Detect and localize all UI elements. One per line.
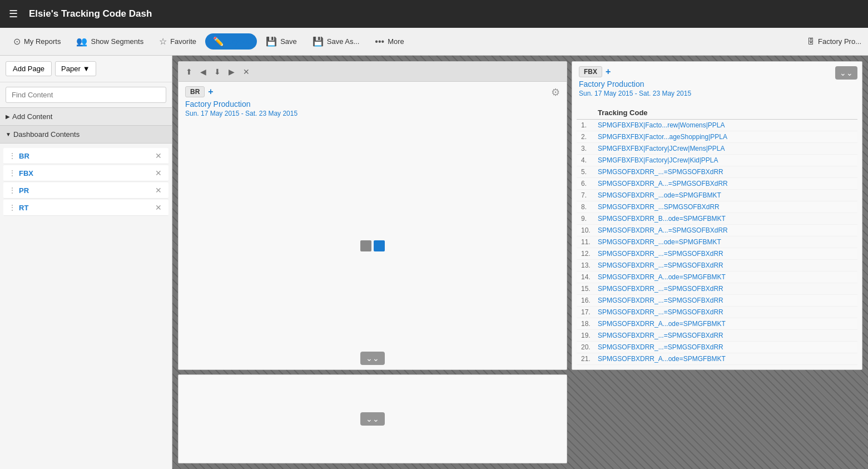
find-content-input[interactable] [6,87,166,103]
sidebar-item-close-icon[interactable]: ✕ [154,186,163,195]
table-row: 13. SPMGSOFBXDRR_...=SPMGSOFBXdRR [577,260,857,271]
tracking-code-link[interactable]: SPMGSOFBXDRR_...=SPMGSOFBXdRR [598,308,853,316]
tracking-code-link[interactable]: SPMGFBXFBX|Factor...ageShopping|PPLA [598,133,853,141]
table-header: Tracking Code [577,106,857,120]
tracking-code-link[interactable]: SPMGSOFBXDRR_...=SPMGSOFBXdRR [598,332,853,339]
tracking-code-link[interactable]: SPMGSOFBXDRR_...=SPMGSOFBXdRR [598,343,853,351]
table-row: 10. SPMGSOFBXDRR_A...=SPMGSOFBXdRR [577,225,857,236]
tracking-code-link[interactable]: SPMGFBXFBX|Factory|JCrew|Kid|PPLA [598,156,853,164]
drag-handle-icon: ⋮ [9,186,16,194]
table-row: 6. SPMGSOFBXDRR_A...=SPMGSOFBXdRR [577,178,857,190]
drag-handle-icon: ⋮ [9,152,16,160]
save-as-button[interactable]: 💾 Save As... [306,33,366,50]
paper-button[interactable]: Paper ▼ [55,61,96,76]
right-panel-collapse-button[interactable]: ⌄⌄ [835,66,857,80]
sidebar-item-label: RT [19,204,154,212]
dashboard-contents-section[interactable]: ▼ Dashboard Contents [0,126,172,144]
tracking-code-link[interactable]: SPMGFBXFBX|Factory|JCrew|Mens|PPLA [598,145,853,152]
tracking-code-link[interactable]: SPMGSOFBXDRR_...=SPMGSOFBXdRR [598,285,853,293]
tracking-code-link[interactable]: SPMGSOFBXDRR_A...ode=SPMGFBMKT [598,320,853,328]
row-number: 7. [581,191,598,199]
panel-left-settings-icon[interactable]: ⚙ [551,86,560,98]
row-number: 15. [581,285,598,293]
star-icon: ☆ [159,36,167,47]
sidebar-item-close-icon[interactable]: ✕ [154,151,163,160]
sidebar-item[interactable]: ⋮ PR ✕ [3,182,168,199]
panel-move-right-icon[interactable]: ▶ [226,66,237,78]
table-row: 16. SPMGSOFBXDRR_...=SPMGSOFBXdRR [577,295,857,307]
panel-right-date: Sun. 17 May 2015 - Sat. 23 May 2015 [579,90,855,97]
row-number: 12. [581,250,598,258]
tracking-code-link[interactable]: SPMGSOFBXDRR_...=SPMGSOFBXdRR [598,261,853,269]
row-number: 3. [581,145,598,152]
panel-left-tag: BR [185,86,205,97]
panel-left-collapse-button[interactable]: ⌄⌄ [360,352,385,365]
sidebar-item[interactable]: ⋮ BR ✕ [3,148,168,164]
tracking-code-link[interactable]: SPMGSOFBXDRR_A...=SPMGSOFBXdRR [598,180,853,187]
dashboard-contents-arrow-icon: ▼ [6,131,11,137]
panel-right-title: Factory Production [579,80,855,88]
row-number: 5. [581,168,598,176]
tracking-code-link[interactable]: SPMGSOFBXDRR_...=SPMGSOFBXdRR [598,250,853,258]
table-row: 8. SPMGSOFBXDRR_...SPMGSOFBXdRR [577,201,857,213]
panel-right-tag: FBX [579,66,602,77]
table-row: 19. SPMGSOFBXDRR_...=SPMGSOFBXdRR [577,330,857,342]
add-content-section[interactable]: ▶ Add Content [0,107,172,126]
row-number: 9. [581,215,598,223]
save-button[interactable]: 💾 Save [259,33,304,50]
sidebar-item[interactable]: ⋮ FBX ✕ [3,165,168,181]
table-row: 21. SPMGSOFBXDRR_A...ode=SPMGFBMKT [577,353,857,365]
table-row: 5. SPMGSOFBXDRR_...=SPMGSOFBXdRR [577,166,857,178]
add-page-button[interactable]: Add Page [6,61,52,76]
row-number: 19. [581,332,598,339]
panel-move-up-icon[interactable]: ⬆ [183,66,195,78]
panel-right-add-button[interactable]: + [606,67,611,77]
hamburger-icon[interactable]: ☰ [9,8,18,20]
toolbar: ⊙ My Reports 👥 Show Segments ☆ Favorite … [0,28,868,56]
panel-left-add-button[interactable]: + [208,87,213,97]
panel-move-left-icon[interactable]: ◀ [197,66,209,78]
tracking-code-link[interactable]: SPMGSOFBXDRR_A...ode=SPMGFBMKT [598,355,853,363]
row-number: 2. [581,133,598,141]
right-panel: ⌄⌄ FBX + Factory Production Sun. 17 May … [572,61,862,370]
tracking-code-link[interactable]: SPMGSOFBXDRR_A...ode=SPMGFBMKT [598,273,853,281]
page-title: Elsie's Tracking Code Dash [29,8,152,19]
panel-left-body: ⌄⌄ [178,122,567,369]
main-layout: Add Page Paper ▼ ▶ Add Content ▼ Dashboa… [0,56,868,469]
tracking-code-link[interactable]: SPMGSOFBXDRR_...ode=SPMGFBMKT [598,238,853,246]
panel-left-close-button[interactable]: ✕ [240,66,253,78]
database-icon: 🗄 [807,37,815,46]
content-area: ⬆ ◀ ⬇ ▶ ✕ BR + [172,56,868,469]
sidebar-item-close-icon[interactable]: ✕ [154,169,163,177]
tracking-code-link[interactable]: SPMGSOFBXDRR_...=SPMGSOFBXdRR [598,297,853,304]
panel-move-down-icon[interactable]: ⬇ [211,66,224,78]
favorite-button[interactable]: ☆ Favorite [152,33,203,50]
more-button[interactable]: ••• More [368,33,410,50]
more-icon: ••• [375,37,384,47]
loading-dot-blue [374,240,385,251]
row-number: 20. [581,343,598,351]
show-segments-button[interactable]: 👥 Show Segments [70,33,150,50]
row-number: 18. [581,320,598,328]
panel-right-header: FBX + Factory Production Sun. 17 May 201… [572,62,862,102]
table-row: 14. SPMGSOFBXDRR_A...ode=SPMGFBMKT [577,271,857,283]
layout-button[interactable]: ✏️ Layout [205,33,257,50]
row-number: 17. [581,308,598,316]
segments-icon: 👥 [76,36,87,47]
sidebar-item[interactable]: ⋮ RT ✕ [3,200,168,216]
bottom-panel-collapse-button[interactable]: ⌄⌄ [360,412,385,426]
table-row: 11. SPMGSOFBXDRR_...ode=SPMGFBMKT [577,236,857,248]
tracking-code-link[interactable]: SPMGFBXFBX|Facto...rew|Womens|PPLA [598,121,853,129]
panel-left-header: BR + Factory Production Sun. 17 May 2015… [178,82,567,122]
table-row: 17. SPMGSOFBXDRR_...=SPMGSOFBXdRR [577,307,857,318]
tracking-code-link[interactable]: SPMGSOFBXDRR_...=SPMGSOFBXdRR [598,168,853,176]
row-number: 11. [581,238,598,246]
reports-icon: ⊙ [13,36,21,47]
tracking-code-link[interactable]: SPMGSOFBXDRR_B...ode=SPMGFBMKT [598,215,853,223]
my-reports-button[interactable]: ⊙ My Reports [7,33,67,50]
tracking-code-link[interactable]: SPMGSOFBXDRR_...SPMGSOFBXdRR [598,203,853,211]
tracking-code-link[interactable]: SPMGSOFBXDRR_A...=SPMGSOFBXdRR [598,226,853,234]
row-number: 4. [581,156,598,164]
tracking-code-link[interactable]: SPMGSOFBXDRR_...ode=SPMGFBMKT [598,191,853,199]
sidebar-item-close-icon[interactable]: ✕ [154,203,163,212]
